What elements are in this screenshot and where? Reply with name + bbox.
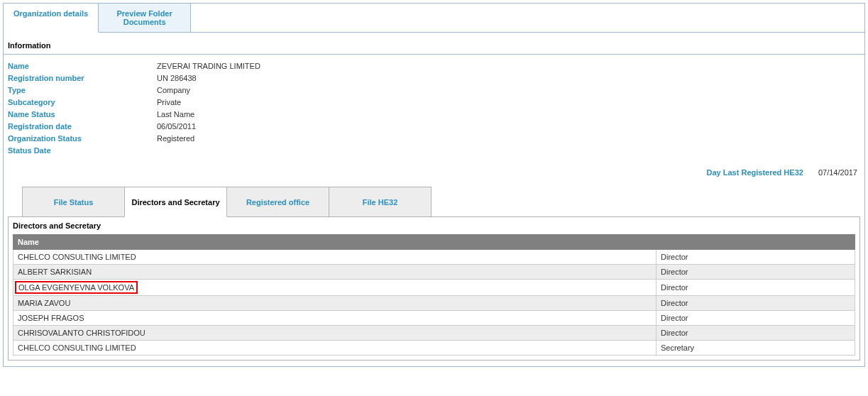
sub-tabs: File Status Directors and Secretary Regi… xyxy=(22,187,860,217)
label-registration-date: Registration date xyxy=(8,121,157,133)
label-organization-status: Organization Status xyxy=(8,133,157,145)
row-type: Type Company xyxy=(8,84,860,97)
label-subcategory: Subcategory xyxy=(8,97,157,109)
value-name-status: Last Name xyxy=(157,109,194,121)
cell-name: ALBERT SARKISIAN xyxy=(13,265,657,280)
day-last-registered: Day Last Registered HE32 07/14/2017 xyxy=(4,161,864,187)
tab-preview-folder-documents[interactable]: Preview Folder Documents xyxy=(99,4,191,33)
value-subcategory: Private xyxy=(157,97,181,109)
row-subcategory: Subcategory Private xyxy=(8,97,860,109)
row-name-status: Name Status Last Name xyxy=(8,109,860,121)
directors-table: Name CHELCO CONSULTING LIMITEDDirectorAL… xyxy=(13,234,855,356)
table-row: MARIA ZAVOUDirector xyxy=(13,296,855,311)
directors-section: Directors and Secretary Name CHELCO CONS… xyxy=(8,216,860,361)
cell-role: Director xyxy=(657,265,855,280)
subtab-file-status[interactable]: File Status xyxy=(22,187,125,216)
cell-name: CHRISOVALANTO CHRISTOFIDOU xyxy=(13,326,657,341)
cell-role: Director xyxy=(657,296,855,311)
cell-name: JOSEPH FRAGOS xyxy=(13,311,657,326)
table-row: CHRISOVALANTO CHRISTOFIDOUDirector xyxy=(13,326,855,341)
organization-panel: Organization details Preview Folder Docu… xyxy=(3,3,865,367)
cell-role: Director xyxy=(657,326,855,341)
directors-heading: Directors and Secretary xyxy=(9,217,859,234)
information-grid: Name ZEVERAI TRADING LIMITED Registratio… xyxy=(4,55,864,161)
top-tabs: Organization details Preview Folder Docu… xyxy=(4,4,864,33)
tab-content: Information Name ZEVERAI TRADING LIMITED… xyxy=(4,33,864,361)
row-status-date: Status Date xyxy=(8,145,860,157)
value-registration-date: 06/05/2011 xyxy=(157,121,196,133)
subtab-directors-secretary[interactable]: Directors and Secretary xyxy=(124,187,227,217)
value-type: Company xyxy=(157,84,190,97)
row-registration-number: Registration number UN 286438 xyxy=(8,72,860,84)
subtab-registered-office[interactable]: Registered office xyxy=(226,187,329,216)
sub-tabs-wrap: File Status Directors and Secretary Regi… xyxy=(4,187,864,217)
value-day-last-registered: 07/14/2017 xyxy=(818,168,857,177)
table-row: CHELCO CONSULTING LIMITEDSecretary xyxy=(13,341,855,356)
table-header-row: Name xyxy=(13,235,855,250)
col-header-role xyxy=(657,235,855,250)
label-name-status: Name Status xyxy=(8,109,157,121)
value-registration-number: UN 286438 xyxy=(157,72,197,84)
table-row: ALBERT SARKISIANDirector xyxy=(13,265,855,280)
highlighted-name: OLGA EVGENYEVNA VOLKOVA xyxy=(15,281,138,294)
label-status-date: Status Date xyxy=(8,145,157,157)
cell-name: OLGA EVGENYEVNA VOLKOVA xyxy=(13,280,657,296)
information-heading: Information xyxy=(4,33,864,55)
cell-role: Director xyxy=(657,280,855,296)
cell-role: Secretary xyxy=(657,341,855,356)
table-row: CHELCO CONSULTING LIMITEDDirector xyxy=(13,250,855,265)
label-type: Type xyxy=(8,84,157,97)
value-organization-status: Registered xyxy=(157,133,194,145)
cell-role: Director xyxy=(657,250,855,265)
col-header-name: Name xyxy=(13,235,657,250)
label-name: Name xyxy=(8,60,157,72)
cell-name: CHELCO CONSULTING LIMITED xyxy=(13,341,657,356)
table-row: JOSEPH FRAGOSDirector xyxy=(13,311,855,326)
cell-name: CHELCO CONSULTING LIMITED xyxy=(13,250,657,265)
label-registration-number: Registration number xyxy=(8,72,157,84)
table-row: OLGA EVGENYEVNA VOLKOVADirector xyxy=(13,280,855,296)
cell-name: MARIA ZAVOU xyxy=(13,296,657,311)
row-registration-date: Registration date 06/05/2011 xyxy=(8,121,860,133)
row-organization-status: Organization Status Registered xyxy=(8,133,860,145)
subtab-file-he32[interactable]: File HE32 xyxy=(329,187,432,216)
cell-role: Director xyxy=(657,311,855,326)
directors-table-wrap: Name CHELCO CONSULTING LIMITEDDirectorAL… xyxy=(9,234,859,360)
row-name: Name ZEVERAI TRADING LIMITED xyxy=(8,60,860,72)
tab-organization-details[interactable]: Organization details xyxy=(4,4,99,33)
value-name: ZEVERAI TRADING LIMITED xyxy=(157,60,260,72)
label-day-last-registered: Day Last Registered HE32 xyxy=(707,168,803,177)
